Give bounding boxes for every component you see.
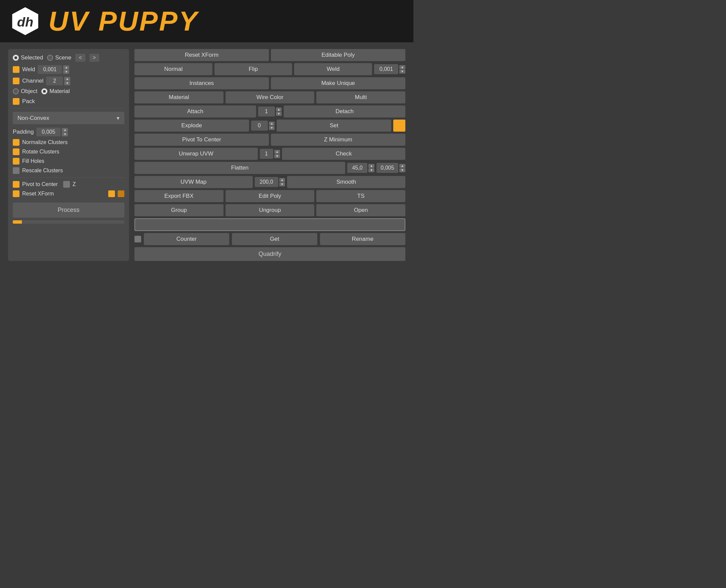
channel-input[interactable]	[46, 77, 63, 85]
ungroup-button[interactable]: Ungroup	[225, 204, 315, 216]
pivot-to-center-button[interactable]: Pivot To Center	[135, 134, 269, 146]
rename-button[interactable]: Rename	[320, 233, 405, 245]
channel-down[interactable]: ▼	[64, 81, 70, 85]
process-button[interactable]: Process	[13, 203, 124, 217]
fill-holes-checkbox[interactable]	[13, 158, 20, 165]
mode-selection-row: Selected Scene < >	[13, 54, 124, 62]
pack-row: Pack	[13, 98, 124, 105]
uwv-up[interactable]: ▲	[274, 150, 280, 154]
attach-value-input[interactable]	[258, 106, 275, 117]
uwv-value-input[interactable]	[260, 149, 273, 159]
weld-checkbox[interactable]	[13, 66, 20, 73]
normalize-row: Normalize Clusters	[13, 139, 124, 146]
explode-value-input[interactable]	[251, 121, 268, 131]
padding-label: Padding	[13, 129, 34, 135]
weld-up[interactable]: ▲	[63, 65, 69, 69]
flatten-v1-up[interactable]: ▲	[368, 164, 375, 168]
export-fbx-button[interactable]: Export FBX	[135, 190, 223, 202]
flatten-v1-down[interactable]: ▼	[368, 168, 375, 172]
attach-button[interactable]: Attach	[135, 105, 256, 118]
detach-button[interactable]: Detach	[284, 105, 405, 118]
nav-next-button[interactable]: >	[89, 54, 99, 62]
rotate-row: Rotate Clusters	[13, 148, 124, 155]
check-button[interactable]: Check	[282, 148, 405, 160]
selected-label: Selected	[21, 55, 43, 61]
open-button[interactable]: Open	[316, 204, 405, 216]
set-button[interactable]: Set	[277, 120, 391, 132]
instances-button[interactable]: Instances	[135, 77, 269, 89]
group-button[interactable]: Group	[135, 204, 223, 216]
non-convex-dropdown[interactable]: Non-Convex	[13, 112, 124, 124]
channel-up[interactable]: ▲	[64, 77, 70, 81]
object-radio[interactable]: Object	[13, 88, 37, 95]
uvw-map-input[interactable]	[255, 177, 278, 187]
nav-prev-button[interactable]: <	[75, 54, 85, 62]
wire-color-button[interactable]: Wire Color	[225, 91, 315, 103]
edit-poly-button[interactable]: Edit Poly	[225, 190, 315, 202]
multi-button[interactable]: Multi	[316, 91, 405, 103]
flatten-v2-down[interactable]: ▼	[399, 168, 405, 172]
scene-label: Scene	[55, 55, 71, 61]
flatten-v2-up[interactable]: ▲	[399, 164, 405, 168]
normalize-checkbox[interactable]	[13, 139, 20, 146]
attach-down[interactable]: ▼	[276, 112, 282, 116]
app-logo: dh	[10, 6, 40, 36]
smooth-button[interactable]: Smooth	[287, 176, 405, 188]
scene-radio[interactable]: Scene	[47, 55, 71, 61]
quadrify-button[interactable]: Quadrify	[135, 247, 405, 261]
weld-val-up[interactable]: ▲	[399, 65, 405, 69]
editable-poly-button[interactable]: Editable Poly	[271, 49, 405, 61]
rotate-checkbox[interactable]	[13, 148, 20, 155]
padding-input[interactable]	[36, 128, 60, 136]
rp-row-6: Explode ▲ ▼ Set	[135, 120, 405, 132]
unwrap-uvw-button[interactable]: Unwrap UVW	[135, 148, 258, 160]
pivot-checkbox[interactable]	[13, 181, 20, 188]
weld-value-input[interactable]	[374, 64, 398, 74]
flatten-button[interactable]: Flatten	[135, 162, 345, 174]
padding-spinner: ▲ ▼	[36, 128, 68, 136]
name-input[interactable]	[135, 218, 405, 231]
uwv-down[interactable]: ▼	[274, 154, 280, 158]
counter-checkbox[interactable]	[135, 236, 141, 243]
material-button[interactable]: Material	[135, 91, 223, 103]
explode-down[interactable]: ▼	[269, 126, 275, 130]
z-minimum-button[interactable]: Z Minimum	[271, 134, 405, 146]
object-label: Object	[21, 88, 37, 95]
padding-down[interactable]: ▼	[62, 132, 68, 136]
padding-up[interactable]: ▲	[62, 128, 68, 132]
uvw-map-up[interactable]: ▲	[279, 178, 285, 182]
reset-xform-button[interactable]: Reset XForm	[135, 49, 269, 61]
flip-button[interactable]: Flip	[215, 63, 293, 75]
flatten-v2-input[interactable]	[377, 163, 398, 173]
weld-button[interactable]: Weld	[294, 63, 372, 75]
material-radio[interactable]: Material	[41, 88, 69, 95]
channel-checkbox[interactable]	[13, 78, 20, 84]
flatten-v1-input[interactable]	[347, 163, 367, 173]
flatten-arrows1: ▲ ▼	[368, 164, 375, 172]
weld-input[interactable]	[38, 65, 62, 74]
normal-button[interactable]: Normal	[135, 63, 213, 75]
channel-arrows: ▲ ▼	[64, 77, 70, 85]
explode-up[interactable]: ▲	[269, 122, 275, 126]
rescale-checkbox[interactable]	[13, 167, 20, 174]
counter-button[interactable]: Counter	[144, 233, 229, 245]
ts-button[interactable]: TS	[316, 190, 405, 202]
uvw-map-down[interactable]: ▼	[279, 182, 285, 186]
progress-bar	[13, 220, 124, 224]
rp-row-12: Group Ungroup Open	[135, 204, 405, 216]
weld-down[interactable]: ▼	[63, 70, 69, 74]
explode-button[interactable]: Explode	[135, 120, 249, 132]
attach-up[interactable]: ▲	[276, 107, 282, 111]
color-swatch[interactable]	[393, 120, 405, 132]
selected-radio[interactable]: Selected	[13, 55, 43, 61]
reset-xform-checkbox[interactable]	[13, 190, 20, 197]
get-button[interactable]: Get	[232, 233, 317, 245]
reset-xform-opt2[interactable]	[118, 190, 124, 197]
uvw-map-button[interactable]: UVW Map	[135, 176, 253, 188]
attach-arrows: ▲ ▼	[276, 107, 282, 116]
make-unique-button[interactable]: Make Unique	[271, 77, 405, 89]
reset-xform-opt1[interactable]	[108, 190, 115, 197]
weld-val-down[interactable]: ▼	[399, 69, 405, 74]
pivot-z-checkbox[interactable]	[63, 181, 70, 188]
pack-checkbox[interactable]	[13, 98, 20, 105]
